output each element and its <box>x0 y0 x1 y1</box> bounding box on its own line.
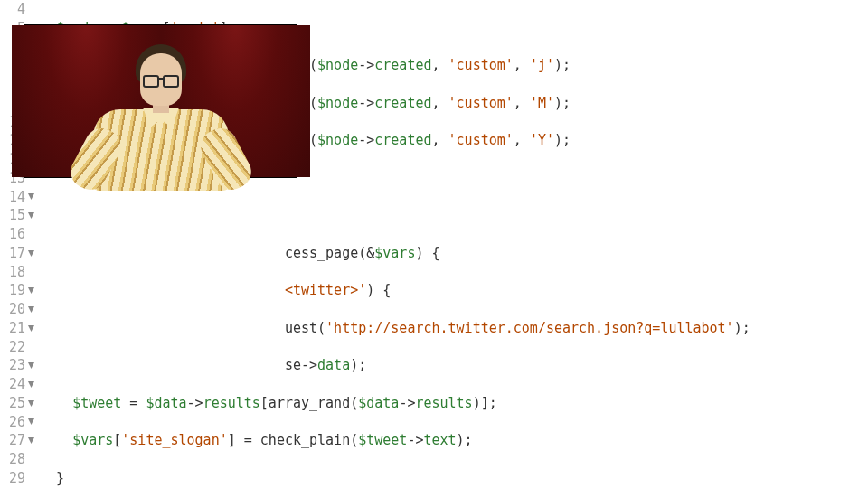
line-number: 19 <box>0 281 27 300</box>
video-overlay[interactable] <box>25 25 297 177</box>
svg-marker-13 <box>28 400 34 407</box>
fold-marker[interactable] <box>27 281 40 300</box>
line-number: 15 <box>0 206 27 225</box>
code-line[interactable]: se->data); <box>40 356 868 375</box>
line-number: 18 <box>0 263 27 282</box>
line-number: 25 <box>0 394 27 413</box>
code-line[interactable]: $vars['site_slogan'] = check_plain($twee… <box>40 431 868 450</box>
fold-marker[interactable] <box>27 394 40 413</box>
line-number: 22 <box>0 338 27 357</box>
line-number: 27 <box>0 431 27 450</box>
line-number: 29 <box>0 469 27 488</box>
svg-marker-9 <box>28 306 34 313</box>
line-number: 26 <box>0 413 27 432</box>
code-editor[interactable]: 4 5 6 7 8 9 10 11 12 13 14 15 16 17 18 1… <box>0 0 868 488</box>
fold-marker[interactable] <box>27 244 40 263</box>
code-line[interactable] <box>40 206 868 225</box>
line-number: 17 <box>0 244 27 263</box>
svg-marker-8 <box>28 287 34 294</box>
fold-marker[interactable] <box>27 188 40 207</box>
fold-marker[interactable] <box>27 206 40 225</box>
fold-marker[interactable] <box>27 375 40 394</box>
line-number: 14 <box>0 188 27 207</box>
line-number: 21 <box>0 319 27 338</box>
svg-marker-14 <box>28 418 34 425</box>
svg-marker-5 <box>28 193 34 200</box>
svg-marker-12 <box>28 381 34 388</box>
line-number: 20 <box>0 300 27 319</box>
svg-marker-7 <box>28 250 34 257</box>
line-number: 28 <box>0 450 27 469</box>
line-number: 23 <box>0 356 27 375</box>
svg-marker-10 <box>28 325 34 332</box>
fold-marker[interactable] <box>27 319 40 338</box>
svg-marker-15 <box>28 437 34 444</box>
fold-marker[interactable] <box>27 356 40 375</box>
code-line[interactable]: $tweet = $data->results[array_rand($data… <box>40 394 868 413</box>
code-line[interactable]: } <box>40 469 868 488</box>
line-number: 16 <box>0 225 27 244</box>
video-presenter <box>80 37 242 182</box>
code-line[interactable]: <twitter>') { <box>40 281 868 300</box>
line-number: 24 <box>0 375 27 394</box>
line-number: 4 <box>0 0 27 19</box>
fold-marker[interactable] <box>27 431 40 450</box>
svg-marker-6 <box>28 212 34 219</box>
fold-marker[interactable] <box>27 300 40 319</box>
fold-marker[interactable] <box>27 413 40 432</box>
code-line[interactable]: uest('http://search.twitter.com/search.j… <box>40 319 868 338</box>
svg-marker-11 <box>28 362 34 369</box>
code-line[interactable]: cess_page(&$vars) { <box>40 244 868 263</box>
